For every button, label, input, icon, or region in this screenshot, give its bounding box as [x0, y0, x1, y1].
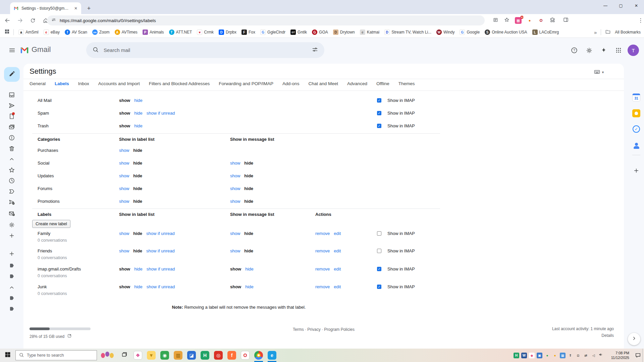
bookmark-item[interactable]: DDrpbx: [219, 29, 236, 35]
gmail-search-bar[interactable]: Search mail: [86, 42, 324, 58]
taskbar-app-firefox-browser[interactable]: f: [225, 349, 238, 362]
search-highlight-image[interactable]: [97, 349, 118, 362]
bookmark-item[interactable]: eeBay: [44, 29, 60, 35]
sidebar-schedule-icon[interactable]: [8, 199, 15, 205]
sidebar-send-icon[interactable]: [8, 102, 15, 109]
start-button[interactable]: [0, 349, 15, 362]
taskbar-app-h-app[interactable]: H: [198, 349, 212, 362]
tab-close-icon[interactable]: ✕: [73, 6, 78, 11]
search-options-icon[interactable]: [312, 46, 318, 54]
tab-filters-and-blocked-addresses[interactable]: Filters and Blocked Addresses: [149, 81, 210, 89]
option-link[interactable]: show: [230, 186, 240, 191]
footer-link[interactable]: Terms: [293, 327, 304, 332]
side-panel-calendar-icon[interactable]: 31: [632, 93, 641, 102]
imap-checkbox[interactable]: [377, 111, 381, 115]
tray-display-icon[interactable]: ▦: [560, 353, 566, 358]
all-bookmarks-label[interactable]: All Bookmarks: [615, 30, 641, 35]
sidebar-chevron-up-icon[interactable]: [8, 284, 15, 291]
taskbar-app-folder-app[interactable]: ▥: [171, 349, 185, 362]
account-avatar[interactable]: T: [628, 45, 639, 56]
site-improve-extension-icon[interactable]: ▦4: [515, 17, 522, 24]
apps-grid-icon[interactable]: [4, 28, 10, 36]
bookmark-item[interactable]: eKatmai: [360, 29, 379, 35]
side-panel-keep-icon[interactable]: [632, 109, 641, 118]
bookmark-item[interactable]: GGoogle: [460, 29, 480, 35]
orange-extension-icon[interactable]: ●: [526, 17, 533, 24]
option-link[interactable]: hide: [134, 98, 143, 103]
edit-link[interactable]: edit: [334, 284, 341, 289]
tab-inbox[interactable]: Inbox: [78, 81, 89, 89]
new-tab-button[interactable]: +: [85, 4, 93, 13]
bookmark-item[interactable]: TATT.NET: [169, 29, 192, 35]
bookmark-item[interactable]: DStream TV, Watch Li...: [384, 29, 431, 35]
option-link[interactable]: hide: [134, 266, 143, 272]
taskbar-app-blue-browser[interactable]: e: [265, 349, 279, 362]
footer-link[interactable]: Program Policies: [324, 327, 355, 332]
remove-link[interactable]: remove: [315, 266, 330, 272]
bookmark-item[interactable]: WWindy: [436, 29, 454, 35]
option-link[interactable]: show if unread: [147, 284, 175, 289]
edit-link[interactable]: edit: [334, 248, 341, 253]
sidebar-label-icon[interactable]: [8, 262, 15, 269]
option-link[interactable]: hide: [245, 266, 254, 272]
imap-checkbox[interactable]: [377, 249, 381, 253]
taskbar-app-opera-browser[interactable]: O: [238, 349, 252, 362]
sidebar-star-icon[interactable]: [8, 167, 15, 173]
tray-shield-icon[interactable]: ◘: [575, 353, 581, 358]
bookmark-item[interactable]: GTGntlk: [290, 29, 307, 35]
input-tools-picker[interactable]: ▼: [594, 68, 604, 76]
tab-advanced[interactable]: Advanced: [347, 81, 367, 89]
sidebar-plus-icon[interactable]: [8, 232, 15, 239]
compose-button[interactable]: [4, 67, 20, 82]
create-new-label-button[interactable]: Create new label: [32, 220, 70, 228]
bookmark-item[interactable]: GGOA: [312, 29, 328, 35]
option-link[interactable]: show if unread: [147, 266, 175, 272]
option-link[interactable]: show: [230, 161, 240, 166]
option-link[interactable]: show: [230, 173, 240, 178]
hamburger-menu-icon[interactable]: [5, 44, 19, 57]
tray-network-icon[interactable]: ⇄: [583, 353, 589, 358]
option-link[interactable]: show: [119, 248, 129, 253]
side-panel-contacts-icon[interactable]: [632, 140, 641, 149]
option-link[interactable]: show: [230, 248, 240, 253]
sidebar-trash-icon[interactable]: [8, 145, 15, 152]
option-link[interactable]: show: [119, 148, 129, 153]
taskbar-app-book-app[interactable]: ◪: [185, 349, 198, 362]
close-button[interactable]: ✕: [629, 0, 644, 11]
tray-h-icon[interactable]: H: [514, 353, 519, 358]
browser-tab[interactable]: Settings - tlstory50@gmail.com ✕: [10, 2, 81, 14]
external-link-icon[interactable]: [67, 334, 72, 339]
imap-checkbox[interactable]: [377, 124, 381, 128]
taskbar-app-file-explorer[interactable]: ▼: [145, 349, 158, 362]
minimize-button[interactable]: —: [598, 0, 613, 11]
bookmark-item[interactable]: DDrytown: [333, 29, 355, 35]
tab-labels[interactable]: Labels: [55, 81, 69, 89]
bookmark-item[interactable]: ♥Crmk: [197, 29, 214, 35]
search-icon[interactable]: [92, 46, 99, 54]
option-link[interactable]: show: [230, 199, 240, 204]
sidebar-alert-icon[interactable]: [8, 134, 15, 141]
edit-link[interactable]: edit: [334, 266, 341, 272]
tray-orange-icon[interactable]: ●: [552, 353, 558, 358]
remove-link[interactable]: remove: [315, 231, 330, 236]
tab-accounts-and-import[interactable]: Accounts and Import: [98, 81, 140, 89]
side-panel-plus-icon[interactable]: [632, 166, 641, 175]
option-link[interactable]: hide: [134, 111, 143, 116]
bookmark-item[interactable]: GGgleClndr: [260, 29, 285, 35]
sidebar-label-icon[interactable]: [8, 306, 15, 312]
tab-forwarding-and-pop-imap[interactable]: Forwarding and POP/IMAP: [219, 81, 273, 89]
bookmark-item[interactable]: LLACoEmrg: [532, 29, 559, 35]
tray-pink-icon[interactable]: ◆: [529, 353, 535, 358]
option-link[interactable]: hide: [245, 284, 254, 289]
tab-add-ons[interactable]: Add-ons: [282, 81, 299, 89]
bookmark-star-icon[interactable]: [504, 17, 510, 24]
side-panel-tasks-icon[interactable]: ✓: [632, 125, 641, 133]
maximize-button[interactable]: ▢: [613, 0, 629, 11]
task-view-button[interactable]: [118, 349, 131, 362]
browser-menu-icon[interactable]: [635, 15, 644, 26]
option-link[interactable]: show: [230, 231, 240, 236]
option-link[interactable]: show if unread: [146, 231, 175, 236]
details-link[interactable]: Details: [601, 333, 614, 338]
bookmark-item[interactable]: AAVTimes: [115, 29, 138, 35]
help-icon[interactable]: ?: [568, 44, 581, 57]
